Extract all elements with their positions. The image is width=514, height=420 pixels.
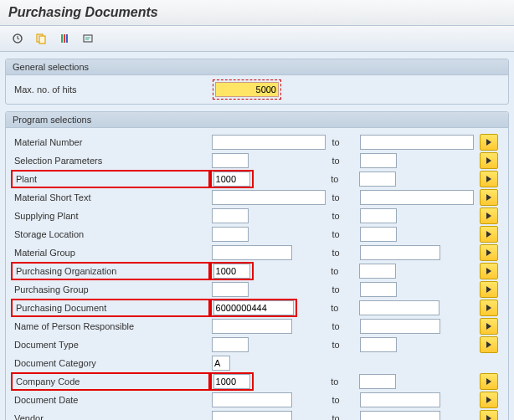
purchasing-organization-to-input[interactable] bbox=[359, 264, 396, 279]
purchasing-group-to-input[interactable] bbox=[360, 282, 397, 297]
material-number-from-input[interactable] bbox=[212, 135, 326, 150]
vendor-to-label: to bbox=[327, 413, 340, 420]
purchasing-organization-to-label: to bbox=[326, 266, 338, 276]
person-responsible-label: Name of Person Responsible bbox=[11, 317, 212, 335]
document-category-from-input[interactable] bbox=[212, 356, 230, 371]
storage-location-from-input[interactable] bbox=[212, 227, 249, 242]
get-variant-button[interactable] bbox=[32, 30, 50, 47]
arrow-right-icon bbox=[486, 139, 491, 146]
supplying-plant-to-label: to bbox=[327, 211, 340, 221]
material-short-text-multiple-selection-button[interactable] bbox=[480, 189, 498, 206]
document-date-multiple-selection-button[interactable] bbox=[480, 392, 498, 408]
document-date-from-input[interactable] bbox=[212, 392, 292, 407]
svg-rect-6 bbox=[84, 35, 92, 42]
purchasing-organization-multiple-selection-button[interactable] bbox=[480, 263, 498, 279]
purchasing-organization-from-input[interactable] bbox=[213, 264, 250, 279]
selection-row-purchasing-organization: Purchasing Organizationto bbox=[11, 262, 503, 280]
purchasing-document-multiple-selection-button[interactable] bbox=[480, 300, 498, 316]
arrow-right-icon bbox=[486, 268, 491, 274]
arrow-right-icon bbox=[486, 305, 491, 311]
toolbar bbox=[0, 26, 514, 52]
document-type-to-label: to bbox=[327, 340, 340, 350]
svg-rect-4 bbox=[64, 34, 65, 43]
purchasing-document-label: Purchasing Document bbox=[11, 299, 210, 317]
selection-parameters-label: Selection Parameters bbox=[11, 151, 212, 170]
material-short-text-from-input[interactable] bbox=[212, 190, 326, 205]
material-short-text-to-label: to bbox=[327, 192, 340, 202]
selection-row-document-date: Document Dateto bbox=[11, 391, 503, 409]
purchasing-group-multiple-selection-button[interactable] bbox=[480, 281, 498, 298]
svg-rect-3 bbox=[61, 34, 63, 43]
supplying-plant-from-input[interactable] bbox=[212, 208, 249, 223]
document-date-to-label: to bbox=[327, 395, 340, 405]
material-number-to-label: to bbox=[327, 137, 340, 147]
execute-button[interactable] bbox=[8, 30, 27, 47]
company-code-to-input[interactable] bbox=[359, 374, 396, 389]
max-hits-label: Max. no. of hits bbox=[11, 80, 215, 99]
material-group-to-input[interactable] bbox=[360, 245, 440, 260]
purchasing-document-to-input[interactable] bbox=[359, 300, 439, 315]
vendor-to-input[interactable] bbox=[360, 411, 440, 420]
max-hits-input[interactable] bbox=[215, 82, 279, 97]
selection-row-material-number: Material Numberto bbox=[11, 133, 503, 151]
storage-location-to-input[interactable] bbox=[360, 227, 397, 242]
material-group-from-input[interactable] bbox=[212, 245, 292, 260]
arrow-right-icon bbox=[486, 213, 491, 219]
selection-row-document-category: Document Category bbox=[11, 354, 503, 372]
supplying-plant-label: Supplying Plant bbox=[11, 207, 212, 225]
general-selections-header: General selections bbox=[6, 59, 508, 75]
person-responsible-to-input[interactable] bbox=[360, 319, 440, 334]
supplying-plant-multiple-selection-button[interactable] bbox=[480, 207, 498, 224]
arrow-right-icon bbox=[486, 231, 491, 238]
plant-multiple-selection-button[interactable] bbox=[480, 171, 498, 187]
vendor-from-input[interactable] bbox=[212, 411, 292, 420]
arrow-right-icon bbox=[486, 176, 491, 182]
document-type-multiple-selection-button[interactable] bbox=[480, 336, 498, 353]
purchasing-group-from-input[interactable] bbox=[212, 282, 249, 297]
arrow-right-icon bbox=[486, 157, 491, 164]
arrow-right-icon bbox=[486, 378, 491, 385]
vendor-label: Vendor bbox=[11, 409, 212, 420]
arrow-right-icon bbox=[486, 397, 491, 403]
page-title: Purchasing Documents bbox=[0, 0, 514, 26]
material-short-text-to-input[interactable] bbox=[360, 190, 474, 205]
material-group-label: Material Group bbox=[11, 243, 212, 262]
svg-rect-2 bbox=[39, 36, 45, 44]
material-group-multiple-selection-button[interactable] bbox=[480, 244, 498, 261]
status-button[interactable] bbox=[55, 30, 74, 47]
person-responsible-multiple-selection-button[interactable] bbox=[480, 318, 498, 335]
person-responsible-from-input[interactable] bbox=[212, 319, 292, 334]
plant-from-input[interactable] bbox=[213, 172, 250, 187]
selection-row-document-type: Document Typeto bbox=[11, 335, 503, 354]
document-type-from-input[interactable] bbox=[212, 337, 249, 352]
company-code-label: Company Code bbox=[11, 372, 210, 391]
general-selections-panel: General selections Max. no. of hits bbox=[5, 59, 509, 105]
selection-row-vendor: Vendorto bbox=[11, 409, 503, 420]
purchasing-document-from-input[interactable] bbox=[213, 300, 294, 315]
plant-label: Plant bbox=[11, 170, 210, 188]
material-number-to-input[interactable] bbox=[360, 135, 474, 150]
material-number-multiple-selection-button[interactable] bbox=[480, 134, 498, 151]
storage-location-multiple-selection-button[interactable] bbox=[480, 226, 498, 243]
vendor-multiple-selection-button[interactable] bbox=[480, 410, 498, 420]
material-number-label: Material Number bbox=[11, 133, 212, 151]
document-type-to-input[interactable] bbox=[360, 337, 397, 352]
storage-location-to-label: to bbox=[327, 229, 340, 239]
document-date-to-input[interactable] bbox=[360, 392, 440, 407]
material-group-to-label: to bbox=[327, 248, 340, 258]
company-code-multiple-selection-button[interactable] bbox=[480, 373, 498, 390]
selection-parameters-to-input[interactable] bbox=[360, 153, 397, 168]
company-code-from-input[interactable] bbox=[213, 374, 250, 389]
selection-parameters-multiple-selection-button[interactable] bbox=[480, 152, 498, 169]
selection-parameters-from-input[interactable] bbox=[212, 153, 249, 168]
person-responsible-to-label: to bbox=[327, 321, 340, 331]
storage-location-label: Storage Location bbox=[11, 225, 212, 243]
selection-row-material-short-text: Material Short Textto bbox=[11, 188, 503, 207]
plant-to-input[interactable] bbox=[359, 172, 396, 187]
arrow-right-icon bbox=[486, 249, 491, 256]
arrow-right-icon bbox=[486, 194, 491, 201]
dynamic-selections-button[interactable] bbox=[79, 30, 97, 47]
selection-parameters-to-label: to bbox=[327, 156, 340, 166]
selection-row-person-responsible: Name of Person Responsibleto bbox=[11, 317, 503, 335]
supplying-plant-to-input[interactable] bbox=[360, 208, 397, 223]
